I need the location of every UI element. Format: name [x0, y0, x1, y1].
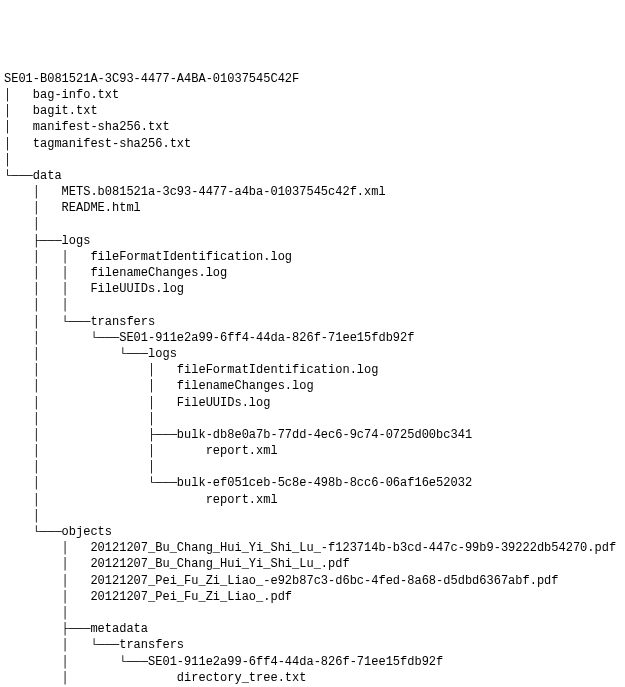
tree-line-3: │ manifest-sha256.txt [4, 119, 621, 135]
tree-line-14: │ │ [4, 297, 621, 313]
tree-line-15: │ └───transfers [4, 314, 621, 330]
tree-line-22: │ ├───bulk-db8e0a7b-77dd-4ec6-9c74-0725d… [4, 427, 621, 443]
tree-line-12: │ │ filenameChanges.log [4, 265, 621, 281]
tree-line-27: │ [4, 508, 621, 524]
tree-line-16: │ └───SE01-911e2a99-6ff4-44da-826f-71ee1… [4, 330, 621, 346]
tree-line-4: │ tagmanifest-sha256.txt [4, 136, 621, 152]
tree-line-35: │ └───transfers [4, 637, 621, 653]
tree-line-29: │ 20121207_Bu_Chang_Hui_Yi_Shi_Lu_-f1237… [4, 540, 621, 556]
tree-line-20: │ │ FileUUIDs.log [4, 395, 621, 411]
tree-line-13: │ │ FileUUIDs.log [4, 281, 621, 297]
tree-line-9: │ [4, 216, 621, 232]
tree-line-28: └───objects [4, 524, 621, 540]
tree-line-25: │ └───bulk-ef051ceb-5c8e-498b-8cc6-06af1… [4, 475, 621, 491]
tree-line-7: │ METS.b081521a-3c93-4477-a4ba-01037545c… [4, 184, 621, 200]
tree-line-37: │ directory_tree.txt [4, 670, 621, 686]
tree-line-10: ├───logs [4, 233, 621, 249]
tree-line-17: │ └───logs [4, 346, 621, 362]
tree-line-5: │ [4, 152, 621, 168]
tree-line-18: │ │ fileFormatIdentification.log [4, 362, 621, 378]
tree-line-33: │ [4, 605, 621, 621]
tree-line-32: │ 20121207_Pei_Fu_Zi_Liao_.pdf [4, 589, 621, 605]
tree-line-0: SE01-B081521A-3C93-4477-A4BA-01037545C42… [4, 71, 621, 87]
tree-line-24: │ │ [4, 459, 621, 475]
tree-line-31: │ 20121207_Pei_Fu_Zi_Liao_-e92b87c3-d6bc… [4, 573, 621, 589]
tree-line-8: │ README.html [4, 200, 621, 216]
tree-line-19: │ │ filenameChanges.log [4, 378, 621, 394]
tree-line-6: └───data [4, 168, 621, 184]
tree-line-30: │ 20121207_Bu_Chang_Hui_Yi_Shi_Lu_.pdf [4, 556, 621, 572]
tree-line-23: │ │ report.xml [4, 443, 621, 459]
tree-line-2: │ bagit.txt [4, 103, 621, 119]
tree-line-36: │ └───SE01-911e2a99-6ff4-44da-826f-71ee1… [4, 654, 621, 670]
tree-line-26: │ report.xml [4, 492, 621, 508]
tree-line-1: │ bag-info.txt [4, 87, 621, 103]
tree-line-21: │ │ [4, 411, 621, 427]
tree-line-34: ├───metadata [4, 621, 621, 637]
tree-line-11: │ │ fileFormatIdentification.log [4, 249, 621, 265]
directory-tree: SE01-B081521A-3C93-4477-A4BA-01037545C42… [4, 71, 621, 687]
